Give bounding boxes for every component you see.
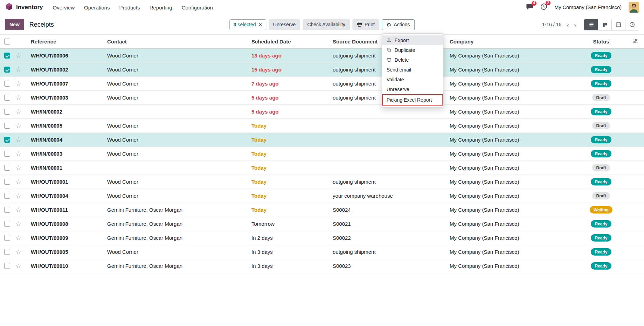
status-badge: Ready	[591, 66, 611, 73]
status-badge: Draft	[592, 164, 610, 171]
row-reference: WH/OUT/00010	[25, 263, 102, 269]
table-row[interactable]: ☆ WH/OUT/00009 Gemini Furniture, Oscar M…	[0, 231, 644, 245]
favorite-star-icon[interactable]: ☆	[15, 263, 21, 269]
actions-menu-item[interactable]: Unreserve	[382, 84, 443, 94]
column-header-reference[interactable]: Reference	[25, 39, 102, 45]
activity-view-button[interactable]	[625, 19, 639, 30]
row-checkbox[interactable]	[4, 207, 10, 213]
row-checkbox[interactable]	[4, 81, 10, 87]
row-checkbox[interactable]	[4, 109, 10, 115]
table-row[interactable]: ☆ WH/OUT/00008 Gemini Furniture, Oscar M…	[0, 217, 644, 231]
row-company: My Company (San Francisco)	[444, 67, 572, 73]
nav-item-overview[interactable]: Overview	[53, 5, 75, 11]
nav-item-products[interactable]: Products	[119, 5, 140, 11]
table-row[interactable]: ☆ WH/IN/00004 Wood Corner Today My Compa…	[0, 133, 644, 147]
row-contact: Gemini Furniture, Oscar Morgan	[102, 263, 246, 269]
row-source-document: S00023	[327, 263, 444, 269]
row-company: My Company (San Francisco)	[444, 235, 572, 241]
status-badge: Draft	[592, 122, 610, 129]
actions-menu-item[interactable]: Validate	[382, 75, 443, 84]
actions-button[interactable]: ⚙ Actions	[382, 19, 415, 30]
table-row[interactable]: ☆ WH/IN/00001 Today My Company (San Fran…	[0, 161, 644, 175]
company-switcher[interactable]: My Company (San Francisco)	[554, 5, 622, 10]
actions-menu-item[interactable]: Delete	[382, 55, 443, 65]
column-header-company[interactable]: Company	[444, 39, 572, 45]
activities-button[interactable]: 2	[540, 3, 547, 12]
row-company: My Company (San Francisco)	[444, 207, 572, 213]
app-brand[interactable]: Inventory	[5, 2, 43, 12]
list-view-button[interactable]	[584, 19, 598, 30]
row-checkbox[interactable]	[4, 67, 10, 73]
user-avatar[interactable]	[629, 2, 639, 13]
favorite-star-icon[interactable]: ☆	[15, 220, 21, 227]
favorite-star-icon[interactable]: ☆	[15, 108, 21, 115]
row-checkbox[interactable]	[4, 95, 10, 101]
unreserve-button[interactable]: Unreserve	[269, 19, 300, 30]
row-checkbox[interactable]	[4, 193, 10, 199]
row-checkbox[interactable]	[4, 165, 10, 171]
table-row[interactable]: ☆ WH/IN/00002 5 days ago My Company (San…	[0, 105, 644, 119]
row-checkbox[interactable]	[4, 221, 10, 227]
table-row[interactable]: ☆ WH/OUT/00006 Wood Corner 18 days ago o…	[0, 49, 644, 63]
table-row[interactable]: ☆ WH/IN/00005 Wood Corner Today My Compa…	[0, 119, 644, 133]
pager-next-icon[interactable]: ›	[572, 21, 579, 28]
table-row[interactable]: ☆ WH/OUT/00010 Gemini Furniture, Oscar M…	[0, 259, 644, 273]
table-row[interactable]: ☆ WH/OUT/00007 Wood Corner 7 days ago ou…	[0, 77, 644, 91]
actions-menu-item[interactable]: Picking Excel Report	[382, 94, 443, 106]
nav-item-reporting[interactable]: Reporting	[150, 5, 172, 11]
favorite-star-icon[interactable]: ☆	[15, 52, 21, 59]
check-availability-button[interactable]: Check Availability	[303, 19, 350, 30]
column-header-scheduled-date[interactable]: Scheduled Date	[246, 39, 327, 45]
row-checkbox[interactable]	[4, 123, 10, 129]
status-badge: Ready	[591, 234, 611, 242]
row-checkbox[interactable]	[4, 249, 10, 255]
row-checkbox[interactable]	[4, 137, 10, 143]
new-button[interactable]: New	[5, 19, 24, 30]
table-row[interactable]: ☆ WH/OUT/00004 Wood Corner Today your co…	[0, 189, 644, 203]
row-source-document: S00022	[327, 235, 444, 241]
favorite-star-icon[interactable]: ☆	[15, 206, 21, 213]
favorite-star-icon[interactable]: ☆	[15, 136, 21, 143]
favorite-star-icon[interactable]: ☆	[15, 192, 21, 199]
table-row[interactable]: ☆ WH/OUT/00002 Wood Corner 15 days ago o…	[0, 63, 644, 77]
table-row[interactable]: ☆ WH/OUT/00003 Wood Corner 5 days ago ou…	[0, 91, 644, 105]
clear-selection-icon[interactable]: ×	[259, 22, 262, 27]
calendar-view-button[interactable]	[611, 19, 625, 30]
favorite-star-icon[interactable]: ☆	[15, 94, 21, 101]
table-row[interactable]: ☆ WH/OUT/00005 Wood Corner In 3 days out…	[0, 245, 644, 259]
favorite-star-icon[interactable]: ☆	[15, 66, 21, 73]
row-scheduled-date: 5 days ago	[246, 95, 327, 101]
messages-button[interactable]: 4	[526, 4, 533, 12]
row-checkbox[interactable]	[4, 263, 10, 269]
row-contact: Wood Corner	[102, 249, 246, 255]
row-company: My Company (San Francisco)	[444, 137, 572, 143]
row-checkbox[interactable]	[4, 179, 10, 185]
table-row[interactable]: ☆ WH/OUT/00011 Gemini Furniture, Oscar M…	[0, 203, 644, 217]
table-row[interactable]: ☆ WH/IN/00003 Wood Corner Today My Compa…	[0, 147, 644, 161]
favorite-star-icon[interactable]: ☆	[15, 122, 21, 129]
kanban-view-button[interactable]	[598, 19, 611, 30]
actions-menu-item[interactable]: Duplicate	[382, 45, 443, 55]
favorite-star-icon[interactable]: ☆	[15, 164, 21, 171]
favorite-star-icon[interactable]: ☆	[15, 235, 21, 241]
table-body: ☆ WH/OUT/00006 Wood Corner 18 days ago o…	[0, 49, 644, 273]
column-header-status[interactable]: Status	[572, 39, 630, 45]
column-header-contact[interactable]: Contact	[102, 39, 246, 45]
row-checkbox[interactable]	[4, 235, 10, 241]
favorite-star-icon[interactable]: ☆	[15, 249, 21, 255]
table-row[interactable]: ☆ WH/OUT/00001 Wood Corner Today outgoin…	[0, 175, 644, 189]
actions-menu-item[interactable]: Send email	[382, 65, 443, 75]
row-checkbox[interactable]	[4, 151, 10, 157]
row-checkbox[interactable]	[4, 53, 10, 59]
nav-item-configuration[interactable]: Configuration	[182, 5, 213, 11]
actions-menu-item[interactable]: Export	[382, 35, 443, 45]
print-button[interactable]: Print	[352, 19, 379, 30]
favorite-star-icon[interactable]: ☆	[15, 150, 21, 157]
pager-previous-icon[interactable]: ‹	[564, 21, 572, 28]
favorite-star-icon[interactable]: ☆	[15, 80, 21, 87]
adjust-columns-icon[interactable]	[632, 38, 638, 45]
nav-item-operations[interactable]: Operations	[84, 5, 110, 11]
select-all-checkbox[interactable]	[4, 39, 10, 45]
favorite-star-icon[interactable]: ☆	[15, 178, 21, 185]
row-scheduled-date: Today	[246, 151, 327, 157]
